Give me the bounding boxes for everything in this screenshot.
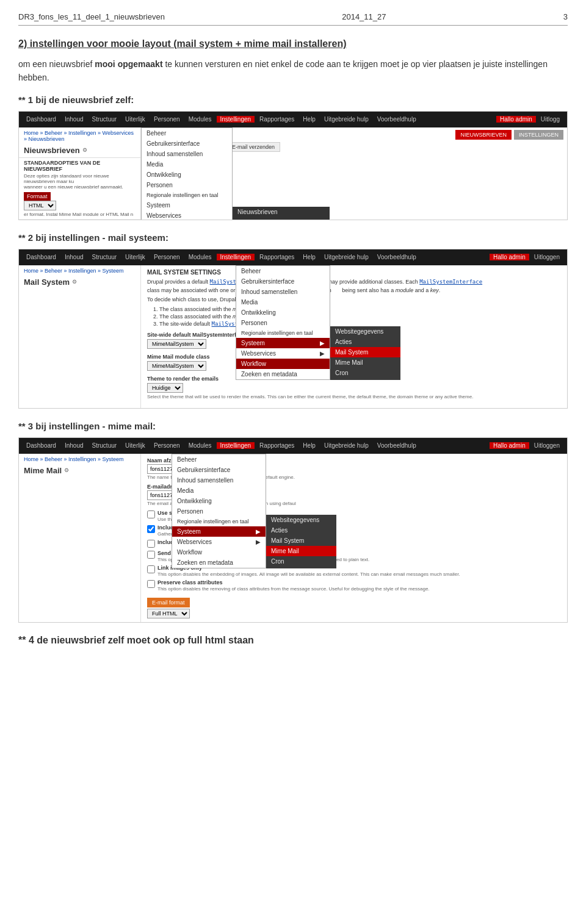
ss2-dm-systeem[interactable]: Systeem▶ <box>236 338 330 348</box>
ab-logout[interactable]: Uitlogg <box>537 116 563 123</box>
ss3-cb-stylesheets2-input[interactable] <box>147 540 155 548</box>
ss2-sm-websitegegevens[interactable]: Websitegegevens <box>330 326 400 337</box>
ss2-site-default-select[interactable]: MimeMailSystem <box>147 339 206 349</box>
ss3-dm-zoeken[interactable]: Zoeken en metadata <box>172 557 266 568</box>
ss3-dm-media[interactable]: Media <box>172 485 266 496</box>
ss3-cb-linkimages-input[interactable] <box>147 565 155 573</box>
ss2-dm-personen[interactable]: Personen <box>236 318 330 328</box>
ss3-dm-regionaal[interactable]: Regionale instellingen en taal <box>172 517 266 526</box>
ab3-help[interactable]: Help <box>299 442 319 449</box>
ss2-dm-beheer[interactable]: Beheer <box>236 266 330 276</box>
ss3-cb-simple-input[interactable] <box>147 510 155 518</box>
ab-voorbeeldhulp[interactable]: Voorbeeldhulp <box>374 116 420 123</box>
ss2-sm-mailsystem[interactable]: Mail System <box>330 347 400 357</box>
ss3-cb-preserve-input[interactable] <box>147 580 155 588</box>
ss3-cb-stylesheets-input[interactable] <box>147 525 155 533</box>
ss2-sm-mimemail[interactable]: Mime Mail <box>330 357 400 368</box>
ab-help[interactable]: Help <box>299 116 319 123</box>
ab2-uiterlijk[interactable]: Uiterlijk <box>121 254 149 260</box>
ss1-sm-nieuwsbrieven[interactable]: Nieuwsbrieven <box>233 207 330 217</box>
ss1-dm-webservices[interactable]: Webservices <box>142 210 232 220</box>
ab2-logout[interactable]: Uitloggen <box>530 254 563 260</box>
ss3-cb-plaintext-input[interactable] <box>147 551 155 559</box>
ss2-dm-zoeken[interactable]: Zoeken en metadata <box>236 369 330 379</box>
ss3-dm-webservices[interactable]: Webservices▶ <box>172 537 266 547</box>
ab2-personen[interactable]: Personen <box>150 254 184 260</box>
ss1-sm-rss[interactable]: RSS-publicatie <box>233 217 330 220</box>
ss2-mime-select[interactable]: MimeMailSystem <box>147 361 206 371</box>
ss1-dm-regionaal[interactable]: Regionale instellingen en taal <box>142 190 232 200</box>
ss3-email-format-btn[interactable]: E-mail format <box>147 598 190 607</box>
ss3-sm-mailsystem[interactable]: Mail System <box>266 535 336 546</box>
ab3-rapportages[interactable]: Rapportages <box>256 442 298 449</box>
ab2-rapportages[interactable]: Rapportages <box>256 254 298 260</box>
ab3-uitgebreide[interactable]: Uitgebreide hulp <box>320 442 372 449</box>
ab2-user[interactable]: Hallo admin <box>490 254 529 260</box>
ss1-format-select[interactable]: HTML <box>24 201 56 210</box>
ss3-dm-personen[interactable]: Personen <box>172 506 266 517</box>
ss1-dm-beheer[interactable]: Beheer <box>142 128 232 138</box>
ss3-dm-systeem[interactable]: Systeem▶ <box>172 526 266 537</box>
ab-user[interactable]: Hallo admin <box>496 116 536 123</box>
ab2-instellingen[interactable]: Instellingen <box>217 254 255 260</box>
ss3-sm-websitegegevens[interactable]: Websitegegevens <box>266 515 336 525</box>
ss3-sm-cron[interactable]: Cron <box>266 556 336 567</box>
ss2-dm-regionaal[interactable]: Regionale instellingen en taal <box>236 328 330 338</box>
ss2-dm-inhoud[interactable]: Inhoud samenstellen <box>236 287 330 297</box>
ss3-dm-gebruikersinterface[interactable]: Gebruikersinterface <box>172 465 266 475</box>
ab3-user[interactable]: Hallo admin <box>490 442 529 449</box>
ss2-dm-media[interactable]: Media <box>236 297 330 307</box>
ss2-dm-gebruikersinterface[interactable]: Gebruikersinterface <box>236 276 330 287</box>
ss1-dm-ontwikkeling[interactable]: Ontwikkeling <box>142 170 232 180</box>
ss1-btn-nieuwsbrieven[interactable]: NIEUWSBRIEVEN <box>455 130 512 140</box>
ss2-dropdown-overlay: Beheer Gebruikersinterface Inhoud samens… <box>236 265 400 380</box>
ss1-dm-systeem[interactable]: Systeem <box>142 200 232 210</box>
ss2-theme-select[interactable]: Huidige <box>147 383 183 393</box>
ss2-dm-workflow[interactable]: Workflow <box>236 359 330 369</box>
ab3-inhoud[interactable]: Inhoud <box>61 442 87 449</box>
ab-inhoud[interactable]: Inhoud <box>61 116 87 123</box>
ab3-dashboard[interactable]: Dashboard <box>23 442 60 449</box>
ab3-structuur[interactable]: Structuur <box>89 442 121 449</box>
ab-modules[interactable]: Modules <box>185 116 215 123</box>
ab3-voorbeeldhulp[interactable]: Voorbeeldhulp <box>374 442 420 449</box>
ss3-email-format-select[interactable]: Full HTML <box>147 609 190 618</box>
ss3-sm-mimemail[interactable]: Mime Mail <box>266 546 336 556</box>
ss1-dm-personen[interactable]: Personen <box>142 180 232 190</box>
ss3-dm-workflow[interactable]: Workflow <box>172 547 266 557</box>
ss2-sm-acties[interactable]: Acties <box>330 337 400 347</box>
ab-uitgebreide[interactable]: Uitgebreide hulp <box>320 116 372 123</box>
ab2-voorbeeldhulp[interactable]: Voorbeeldhulp <box>374 254 420 260</box>
ss2-dm-ontwikkeling[interactable]: Ontwikkeling <box>236 307 330 318</box>
ab3-instellingen[interactable]: Instellingen <box>217 442 255 449</box>
ss3-sm-acties[interactable]: Acties <box>266 525 336 535</box>
ab2-help[interactable]: Help <box>299 254 319 260</box>
ss2-sm-cron[interactable]: Cron <box>330 368 400 378</box>
ab3-logout[interactable]: Uitloggen <box>530 442 563 449</box>
ss3-dm-inhoud[interactable]: Inhoud samenstellen <box>172 475 266 485</box>
ab2-dashboard[interactable]: Dashboard <box>23 254 60 260</box>
ab3-modules[interactable]: Modules <box>185 442 215 449</box>
ab3-uiterlijk[interactable]: Uiterlijk <box>121 442 149 449</box>
screenshot-1: Dashboard Inhoud Structuur Uiterlijk Per… <box>18 111 568 220</box>
section1-heading: ** 1 bij de nieuwsbrief zelf: <box>18 95 568 105</box>
ab-rapportages[interactable]: Rapportages <box>256 116 298 123</box>
ss1-btn-instellingen[interactable]: INSTELLINGEN <box>514 130 563 140</box>
ss1-dm-gebruikersinterface[interactable]: Gebruikersinterface <box>142 138 232 149</box>
ab3-personen[interactable]: Personen <box>150 442 184 449</box>
ab2-inhoud[interactable]: Inhoud <box>61 254 87 260</box>
ab-uiterlijk[interactable]: Uiterlijk <box>121 116 149 123</box>
ss1-page-title: Nieuwsbrieven <box>24 146 80 155</box>
ab2-modules[interactable]: Modules <box>185 254 215 260</box>
ss3-dm-beheer[interactable]: Beheer <box>172 454 266 465</box>
ab-structuur[interactable]: Structuur <box>89 116 121 123</box>
ab-dashboard[interactable]: Dashboard <box>23 116 60 123</box>
ss1-dm-media[interactable]: Media <box>142 159 232 170</box>
ss1-dm-inhoud[interactable]: Inhoud samenstellen <box>142 149 232 159</box>
ab2-uitgebreide[interactable]: Uitgebreide hulp <box>320 254 372 260</box>
ab-instellingen[interactable]: Instellingen <box>217 116 255 123</box>
ab2-structuur[interactable]: Structuur <box>89 254 121 260</box>
ss3-dm-ontwikkeling[interactable]: Ontwikkeling <box>172 496 266 506</box>
ab-personen[interactable]: Personen <box>150 116 184 123</box>
ss2-dm-webservices[interactable]: Webservices▶ <box>236 348 330 359</box>
